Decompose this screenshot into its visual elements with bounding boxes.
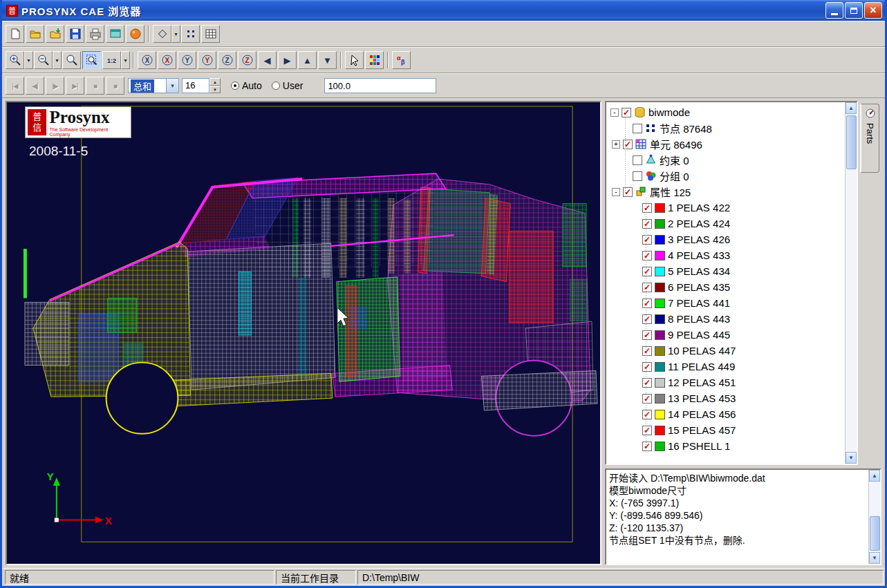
zoom-scale-dropdown[interactable]: ▾ — [121, 51, 130, 69]
property-row[interactable]: ✓ 6 PELAS 435 — [608, 279, 845, 295]
property-row[interactable]: ✓ 11 PELAS 449 — [608, 359, 845, 374]
property-checkbox[interactable]: ✓ — [642, 378, 652, 388]
tree-scrollbar[interactable]: ▲ ▼ — [845, 102, 857, 464]
property-checkbox[interactable]: ✓ — [642, 442, 652, 451]
expander[interactable]: - — [612, 188, 620, 196]
property-checkbox[interactable]: ✓ — [642, 203, 652, 213]
new-button[interactable] — [6, 25, 24, 43]
material-dropdown[interactable]: ▾ — [171, 25, 180, 43]
combo-dropdown-button[interactable]: ▼ — [167, 78, 179, 93]
log-scrollbar[interactable]: ▲ ▼ — [868, 470, 880, 564]
property-row[interactable]: ✓ 9 PELAS 445 — [608, 327, 845, 343]
tree-item-constraints[interactable]: 约束 0 — [608, 152, 845, 168]
select-button[interactable] — [345, 51, 364, 69]
auto-radio[interactable]: Auto — [231, 80, 262, 91]
root-checkbox[interactable]: ✓ — [622, 108, 631, 117]
node-display-button[interactable] — [181, 25, 200, 43]
property-row[interactable]: ✓ 5 PELAS 434 — [608, 263, 845, 279]
property-checkbox[interactable]: ✓ — [642, 394, 652, 404]
scrollbar-thumb[interactable] — [846, 115, 857, 169]
tree-item-groups[interactable]: 分组 0 — [608, 168, 845, 184]
property-row[interactable]: ✓ 13 PELAS 453 — [608, 390, 845, 406]
tree-item-nodes[interactable]: 节点 87648 — [608, 120, 845, 136]
property-row[interactable]: ✓ 14 PELAS 456 — [608, 406, 845, 422]
property-row[interactable]: ✓ 2 PELAS 424 — [608, 216, 845, 231]
auto-radio-circle[interactable] — [231, 82, 239, 90]
scroll-up-button[interactable]: ▲ — [846, 102, 857, 114]
tree-root-biwmode[interactable]: - ✓ biwmode — [608, 104, 845, 120]
tree-item-elements[interactable]: + ✓ 单元 86496 — [608, 136, 845, 152]
minimize-button[interactable] — [825, 2, 843, 19]
groups-checkbox[interactable] — [633, 171, 642, 181]
zoom-in-dropdown[interactable]: ▾ — [24, 51, 33, 69]
constraints-checkbox[interactable] — [633, 155, 642, 165]
property-row[interactable]: ✓ 10 PELAS 447 — [608, 343, 845, 359]
model-viewport[interactable]: Y X 普 信 Prosynx The Software Development… — [6, 101, 601, 565]
property-checkbox[interactable]: ✓ — [642, 314, 652, 324]
open-button[interactable] — [26, 25, 44, 43]
property-row[interactable]: ✓ 12 PELAS 451 — [608, 374, 845, 390]
zoom-fit-button[interactable] — [82, 51, 101, 69]
pan-down-button[interactable]: ▼ — [318, 51, 337, 69]
rotate-y-ccw-button[interactable]: Y — [178, 51, 196, 69]
pan-right-button[interactable]: ▶ — [278, 51, 297, 69]
nodes-checkbox[interactable] — [633, 124, 642, 133]
user-radio-circle[interactable] — [272, 82, 280, 90]
scroll-up-button[interactable]: ▲ — [869, 470, 880, 482]
property-row[interactable]: ✓ 8 PELAS 443 — [608, 311, 845, 327]
save-button[interactable] — [66, 25, 84, 43]
property-row[interactable]: ✓ 15 PELAS 457 — [608, 422, 845, 438]
zoom-out-dropdown[interactable]: ▾ — [53, 51, 62, 69]
pan-left-button[interactable]: ◀ — [258, 51, 277, 69]
scrollbar-thumb[interactable] — [870, 516, 880, 551]
zoom-in-button[interactable] — [6, 51, 24, 69]
property-checkbox[interactable]: ✓ — [642, 410, 652, 419]
rotate-z-ccw-button[interactable]: Z — [218, 51, 236, 69]
rotate-x-cw-button[interactable]: X — [158, 51, 176, 69]
property-row[interactable]: ✓ 4 PELAS 433 — [608, 247, 845, 263]
close-button[interactable]: × — [864, 2, 882, 19]
result-mode-combo[interactable]: 总和 ▼ — [128, 78, 179, 93]
mesh-display-button[interactable] — [201, 25, 220, 43]
import-button[interactable] — [46, 25, 64, 43]
property-checkbox[interactable]: ✓ — [642, 267, 652, 276]
log-output[interactable]: 开始读入 D:\Temp\BIW\biwmode.dat模型biwmode尺寸X… — [606, 470, 868, 564]
zoom-window-button[interactable] — [62, 51, 81, 69]
scroll-down-button[interactable]: ▼ — [869, 552, 880, 564]
pan-up-button[interactable]: ▲ — [298, 51, 317, 69]
expander[interactable]: - — [610, 108, 619, 117]
property-checkbox[interactable]: ✓ — [642, 219, 652, 229]
spinner-up-button[interactable]: ▲ — [209, 78, 221, 86]
rotate-y-cw-button[interactable]: Y — [198, 51, 216, 69]
spinner-value[interactable]: 16 — [182, 78, 209, 93]
tree-item-properties[interactable]: - ✓ 属性 125 — [608, 184, 845, 200]
spinner-down-button[interactable]: ▼ — [209, 86, 221, 93]
property-checkbox[interactable]: ✓ — [642, 426, 652, 435]
labels-button[interactable]: αβ — [392, 51, 411, 69]
maximize-button[interactable] — [845, 2, 863, 19]
parts-tab[interactable]: Parts — [860, 104, 879, 173]
color-table-button[interactable] — [365, 51, 384, 69]
property-checkbox[interactable]: ✓ — [642, 251, 652, 260]
render-button[interactable] — [126, 25, 144, 43]
scale-value-input[interactable] — [324, 78, 436, 93]
zoom-out-button[interactable] — [34, 51, 53, 69]
property-row[interactable]: ✓ 1 PELAS 422 — [608, 200, 845, 216]
property-row[interactable]: ✓ 3 PELAS 426 — [608, 231, 845, 247]
property-checkbox[interactable]: ✓ — [642, 298, 652, 308]
capture-button[interactable] — [106, 25, 124, 43]
expander[interactable]: + — [612, 140, 620, 149]
property-checkbox[interactable]: ✓ — [642, 346, 652, 356]
print-button[interactable] — [86, 25, 104, 43]
zoom-scale-button[interactable]: 1:2 — [102, 51, 121, 69]
material-button[interactable] — [153, 25, 171, 43]
scroll-down-button[interactable]: ▼ — [846, 452, 857, 464]
rotate-z-cw-button[interactable]: Z — [238, 51, 256, 69]
property-checkbox[interactable]: ✓ — [642, 362, 652, 372]
property-row[interactable]: ✓ 16 PSHELL 1 — [608, 438, 845, 454]
rotate-x-ccw-button[interactable]: X — [138, 51, 156, 69]
property-row[interactable]: ✓ 7 PELAS 441 — [608, 295, 845, 311]
property-checkbox[interactable]: ✓ — [642, 235, 652, 245]
size-spinner[interactable]: 16 ▲ ▼ — [182, 78, 221, 93]
user-radio[interactable]: User — [272, 80, 304, 91]
